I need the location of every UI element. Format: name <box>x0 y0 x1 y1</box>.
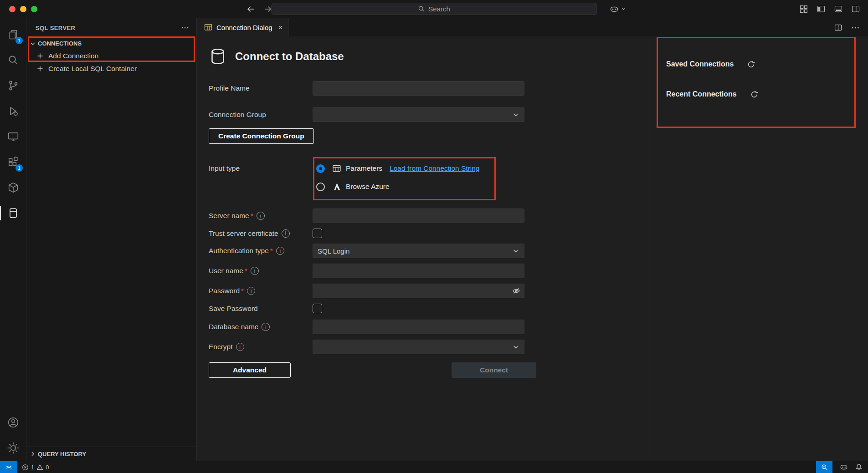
azure-icon <box>332 182 341 191</box>
chevron-down-icon <box>29 40 36 47</box>
activity-source-control[interactable] <box>0 73 26 98</box>
required-marker: * <box>270 247 273 255</box>
layout-controls <box>800 0 860 18</box>
sidebar: SQL SERVER ⋯ CONNECTIONS Add Connection <box>26 18 197 461</box>
info-icon: i <box>257 212 265 220</box>
user-name-row: User name * i <box>209 264 655 278</box>
password-input[interactable] <box>313 284 524 298</box>
bell-icon[interactable] <box>855 463 863 471</box>
vscode-window: Search <box>0 0 868 473</box>
save-password-checkbox[interactable] <box>313 304 322 313</box>
split-editor-icon[interactable] <box>834 24 842 31</box>
authentication-type-label: Authentication type <box>209 247 269 255</box>
search-placeholder: Search <box>428 5 450 13</box>
tab-connection-dialog[interactable]: Connection Dialog × <box>197 18 289 36</box>
window-controls <box>9 6 37 12</box>
activity-remote-explorer[interactable] <box>0 124 26 149</box>
user-name-input[interactable] <box>313 264 524 278</box>
copilot-icon <box>610 5 619 14</box>
browse-azure-radio-row: Browse Azure <box>313 178 479 196</box>
more-actions-icon[interactable]: ⋯ <box>181 24 189 32</box>
command-center-search[interactable]: Search <box>271 3 597 15</box>
close-window-button[interactable] <box>9 6 15 12</box>
maximize-window-button[interactable] <box>31 6 37 12</box>
activity-settings[interactable] <box>0 435 26 461</box>
copilot-menu[interactable] <box>610 0 626 18</box>
info-icon: i <box>282 229 290 238</box>
encrypt-select[interactable] <box>313 340 524 354</box>
sidebar-item-add-connection[interactable]: Add Connection <box>26 50 196 62</box>
query-history-label: QUERY HISTORY <box>38 451 86 458</box>
connect-button[interactable]: Connect <box>452 362 536 378</box>
profile-name-input[interactable] <box>313 81 524 96</box>
activity-search[interactable] <box>0 47 26 73</box>
close-icon[interactable]: × <box>278 24 283 31</box>
error-count: 1 <box>31 464 34 471</box>
refresh-icon[interactable] <box>747 61 755 68</box>
save-password-label: Save Password <box>209 305 258 313</box>
status-bar-right <box>816 461 868 473</box>
server-name-input[interactable] <box>313 209 524 223</box>
zoom-indicator[interactable] <box>816 461 832 473</box>
table-icon <box>332 164 341 173</box>
recent-connections-label: Recent Connections <box>666 90 737 98</box>
sql-server-icon <box>7 207 19 219</box>
search-icon <box>418 5 425 12</box>
query-history-section-header[interactable]: QUERY HISTORY <box>26 447 196 461</box>
sidebar-item-label: Create Local SQL Container <box>48 65 137 73</box>
activity-run-debug[interactable] <box>0 98 26 124</box>
remote-indicator[interactable]: >< <box>0 461 17 473</box>
user-name-label: User name <box>209 267 243 275</box>
back-button[interactable] <box>246 5 255 14</box>
eye-off-icon[interactable] <box>512 287 520 295</box>
activity-accounts[interactable] <box>0 410 26 435</box>
chevron-down-icon <box>512 247 519 254</box>
warning-icon <box>36 464 43 471</box>
browse-azure-radio[interactable] <box>316 183 325 191</box>
editor-group: Connection Dialog × ⋯ <box>197 18 868 461</box>
save-password-row: Save Password <box>209 304 655 313</box>
more-actions-icon[interactable]: ⋯ <box>851 23 860 32</box>
problems-indicator[interactable]: 1 0 <box>22 464 49 471</box>
toggle-panel-icon[interactable] <box>834 5 842 13</box>
saved-connections-label: Saved Connections <box>666 60 734 68</box>
trust-server-certificate-checkbox[interactable] <box>313 229 322 238</box>
parameters-radio-row: Parameters Load from Connection String <box>313 159 479 178</box>
create-connection-group-button[interactable]: Create Connection Group <box>209 128 314 144</box>
recent-connections-header: Recent Connections <box>666 89 868 100</box>
connection-dialog-webview: Connect to Database Profile Name Connect… <box>197 36 868 461</box>
tab-label: Connection Dialog <box>216 24 272 31</box>
activity-extensions[interactable]: 1 <box>0 149 26 175</box>
connections-section-header[interactable]: CONNECTIONS <box>26 37 196 50</box>
activity-explorer[interactable]: 1 <box>0 22 26 47</box>
zoom-icon <box>821 464 828 471</box>
warning-count: 0 <box>46 464 49 471</box>
activity-bar: 1 <box>0 18 26 461</box>
input-type-label: Input type <box>209 164 240 173</box>
minimize-window-button[interactable] <box>20 6 26 12</box>
toggle-secondary-sidebar-icon[interactable] <box>852 5 860 13</box>
load-from-connection-string-link[interactable]: Load from Connection String <box>390 164 479 173</box>
copilot-status-icon[interactable] <box>840 463 848 471</box>
plus-icon <box>36 65 44 72</box>
activity-containers[interactable] <box>0 175 26 200</box>
required-marker: * <box>245 267 247 275</box>
database-icon <box>209 47 227 66</box>
required-marker: * <box>251 212 253 220</box>
info-icon: i <box>262 323 270 331</box>
refresh-icon[interactable] <box>750 91 758 98</box>
database-name-input[interactable] <box>313 320 524 334</box>
advanced-button[interactable]: Advanced <box>209 362 291 378</box>
password-row: Password * i <box>209 284 655 298</box>
activity-sql-server[interactable] <box>0 200 26 226</box>
connection-group-label: Connection Group <box>209 111 266 119</box>
sidebar-item-create-local-sql-container[interactable]: Create Local SQL Container <box>26 62 196 75</box>
error-icon <box>22 464 29 471</box>
search-icon <box>7 54 19 66</box>
authentication-type-select[interactable]: SQL Login <box>313 244 524 258</box>
connection-group-select[interactable] <box>313 107 524 122</box>
connection-dialog-icon <box>204 23 212 31</box>
customize-layout-icon[interactable] <box>800 5 808 13</box>
toggle-primary-sidebar-icon[interactable] <box>817 5 825 13</box>
parameters-radio[interactable] <box>316 164 325 173</box>
